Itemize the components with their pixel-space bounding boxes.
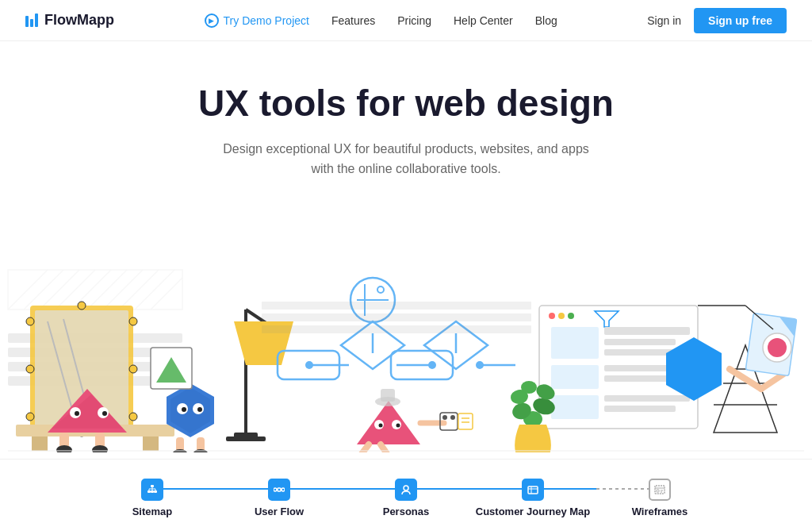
demo-icon: ▶: [205, 13, 219, 28]
nav-right: Sign in Sign up free: [647, 8, 787, 33]
personas-icon: [400, 484, 412, 495]
svg-rect-76: [262, 302, 531, 310]
svg-rect-135: [151, 490, 154, 493]
userflow-icon: [274, 484, 285, 495]
svg-point-39: [92, 445, 108, 452]
svg-line-13: [151, 278, 182, 310]
svg-rect-111: [604, 406, 676, 412]
wireframes-icon: [654, 484, 665, 495]
svg-point-74: [428, 361, 436, 369]
nav-center: ▶ Try Demo Project Features Pricing Help…: [205, 13, 557, 28]
svg-point-20: [129, 317, 137, 325]
nav-blog[interactable]: Blog: [535, 14, 557, 27]
demo-link-text: Try Demo Project: [224, 14, 309, 27]
signup-button[interactable]: Sign up free: [694, 8, 787, 33]
nav-pricing[interactable]: Pricing: [397, 14, 431, 27]
svg-point-23: [26, 413, 34, 421]
svg-point-144: [282, 488, 285, 491]
svg-line-10: [103, 270, 143, 310]
svg-point-118: [521, 381, 537, 394]
svg-rect-148: [528, 486, 538, 494]
personas-label: Personas: [383, 506, 430, 517]
cjm-label: Customer Journey Map: [476, 506, 590, 517]
svg-line-8: [71, 270, 111, 310]
svg-point-35: [102, 411, 107, 416]
svg-point-22: [129, 365, 137, 373]
svg-line-11: [119, 270, 159, 310]
svg-rect-134: [147, 490, 151, 493]
svg-rect-133: [151, 485, 154, 487]
svg-point-99: [558, 313, 565, 319]
svg-point-83: [396, 424, 400, 428]
hero-section: UX tools for web design Design exception…: [0, 41, 812, 198]
svg-rect-143: [278, 488, 281, 491]
hero-subtitle: Design exceptional UX for beautiful prod…: [216, 139, 596, 179]
svg-marker-79: [357, 401, 420, 444]
svg-rect-103: [604, 327, 690, 335]
svg-point-73: [305, 361, 313, 369]
svg-rect-108: [604, 375, 668, 382]
svg-line-12: [135, 270, 174, 310]
svg-rect-104: [604, 339, 676, 345]
svg-rect-94: [458, 413, 473, 429]
svg-point-71: [377, 286, 384, 293]
svg-point-45: [197, 407, 202, 412]
svg-line-7: [56, 270, 95, 310]
logo[interactable]: FlowMapp: [25, 12, 114, 29]
nav-help[interactable]: Help Center: [454, 14, 513, 27]
tool-wireframes[interactable]: Wireframes Soon: [596, 479, 723, 523]
wireframes-label: Wireframes: [632, 506, 688, 517]
tool-cjm[interactable]: Customer Journey Map Live: [469, 479, 596, 523]
svg-point-19: [26, 317, 34, 325]
sitemap-icon: [147, 484, 158, 495]
svg-point-129: [768, 338, 787, 357]
sitemap-icon-wrap: [141, 479, 163, 501]
svg-point-24: [129, 413, 137, 421]
svg-line-6: [40, 270, 79, 310]
svg-point-92: [442, 415, 447, 420]
svg-rect-109: [551, 395, 599, 419]
svg-rect-85: [381, 389, 395, 402]
tool-userflow[interactable]: User Flow Live: [216, 479, 343, 523]
svg-point-44: [182, 407, 186, 412]
logo-text: FlowMapp: [44, 12, 114, 29]
svg-line-4: [8, 270, 48, 310]
svg-point-21: [26, 365, 34, 373]
tools-bar: Sitemap Live User Flow Live Personas Liv…: [0, 459, 812, 523]
svg-line-124: [730, 369, 761, 389]
navbar: FlowMapp ▶ Try Demo Project Features Pri…: [0, 0, 812, 41]
svg-point-34: [75, 411, 79, 416]
svg-point-142: [274, 488, 277, 491]
svg-rect-54: [226, 436, 266, 441]
svg-rect-78: [262, 325, 531, 333]
svg-point-98: [549, 313, 555, 319]
nav-features[interactable]: Features: [331, 14, 375, 27]
svg-point-147: [404, 486, 408, 490]
try-demo-link[interactable]: ▶ Try Demo Project: [205, 13, 309, 28]
svg-point-25: [78, 302, 86, 310]
svg-point-93: [450, 415, 455, 420]
svg-rect-106: [551, 365, 599, 389]
svg-rect-136: [154, 490, 157, 493]
wireframes-icon-wrap: [649, 479, 671, 501]
cjm-icon: [527, 484, 538, 495]
svg-point-82: [379, 424, 383, 428]
svg-rect-110: [604, 395, 690, 402]
svg-rect-29: [143, 436, 159, 451]
svg-rect-77: [262, 313, 531, 321]
illustration-area: ★: [0, 198, 812, 452]
signin-button[interactable]: Sign in: [647, 14, 681, 27]
tool-personas[interactable]: Personas Live: [343, 479, 469, 523]
userflow-label: User Flow: [255, 506, 304, 517]
userflow-icon-wrap: [268, 479, 290, 501]
svg-line-5: [24, 270, 63, 310]
tool-sitemap[interactable]: Sitemap Live: [89, 479, 216, 523]
svg-point-75: [476, 361, 484, 369]
svg-point-38: [56, 445, 72, 452]
personas-icon-wrap: [395, 479, 417, 501]
svg-rect-28: [32, 436, 48, 451]
svg-point-100: [568, 313, 574, 319]
svg-rect-102: [551, 327, 599, 359]
svg-line-9: [87, 270, 127, 310]
hero-title: UX tools for web design: [25, 83, 787, 125]
